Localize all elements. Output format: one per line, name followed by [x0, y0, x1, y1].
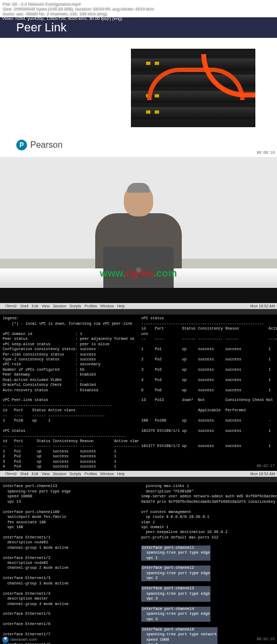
- menu-item[interactable]: iTerm2: [5, 304, 17, 308]
- menu-item[interactable]: Scripts: [70, 471, 81, 476]
- menu-item[interactable]: View: [42, 304, 50, 308]
- terminal2-timestamp: 00:02:16: [256, 637, 275, 642]
- menu-item[interactable]: Window: [100, 304, 114, 308]
- terminal1-timestamp: 00:02:17: [256, 464, 275, 469]
- macos-menubar[interactable]: iTerm2 Shell Edit View Session Scripts P…: [0, 303, 277, 309]
- terminal-tabbar[interactable]: [0, 477, 277, 482]
- terminal-left-output[interactable]: interface port-channel13 spanning-tree p…: [0, 482, 138, 644]
- slide-timestamp: 00:00:10: [256, 150, 275, 155]
- audio-line: Audio: aac, 48000 Hz, 2 channels, s16, 1…: [2, 11, 153, 16]
- davdown-text: davdown.com: [10, 637, 37, 643]
- menu-item[interactable]: Profiles: [84, 471, 97, 476]
- clock: Mon 10:52 AM: [250, 471, 275, 476]
- download-icon: [2, 636, 9, 643]
- media-info-overlay: File: 08 - 2.2 Network Configuration.mp4…: [0, 0, 155, 22]
- menu-item[interactable]: Session: [53, 471, 67, 476]
- highlighted-config-block: interface port-channel4 spanning-tree po…: [141, 607, 210, 622]
- terminal-right-output[interactable]: pinning max-links 1 description "FEX0100…: [138, 482, 277, 644]
- menu-item[interactable]: Scripts: [70, 304, 81, 308]
- pearson-p-icon: P: [16, 140, 27, 150]
- menu-item[interactable]: Edit: [32, 304, 38, 308]
- menu-item[interactable]: Edit: [32, 471, 38, 476]
- menu-item[interactable]: Session: [53, 304, 67, 308]
- menu-item[interactable]: Help: [117, 471, 124, 476]
- menu-item[interactable]: Profiles: [84, 304, 97, 308]
- highlighted-config-block: interface port-channel1 spanning-tree po…: [141, 546, 210, 561]
- macos-menubar[interactable]: iTerm2 Shell Edit View Session Scripts P…: [0, 471, 277, 477]
- highlighted-config-block: interface port-channel3 spanning-tree po…: [141, 586, 210, 601]
- highlighted-config-block: interface port-channel2 spanning-tree po…: [141, 566, 210, 581]
- menu-item[interactable]: Shell: [20, 304, 29, 308]
- file-line: File: 08 - 2.2 Network Configuration.mp4: [2, 1, 153, 6]
- menu-item[interactable]: Help: [117, 304, 124, 308]
- pearson-text: Pearson: [30, 140, 63, 150]
- highlighted-config-block: interface port-channel8 spanning-tree po…: [141, 627, 217, 644]
- size-line: Size: 155585042 bytes (148.38 MiB), dura…: [2, 6, 153, 11]
- davdown-watermark: davdown.com: [2, 636, 37, 643]
- peer-link-photo: [131, 49, 255, 127]
- presenter-video: www.cg-ku.com: [0, 157, 277, 303]
- terminal-panel-2: iTerm2 Shell Edit View Session Scripts P…: [0, 471, 277, 644]
- video-line: Video: h264, yuv420p, 1280x720, 4020 kb/…: [2, 16, 153, 21]
- menu-item[interactable]: Window: [100, 471, 114, 476]
- menu-item[interactable]: View: [42, 471, 50, 476]
- clock: Mon 10:52 AM: [250, 304, 275, 308]
- watermark-text: www.cg-ku.com: [100, 268, 177, 279]
- terminal-tabbar[interactable]: [0, 309, 277, 314]
- slide-panel: Peer Link P Pearson 00:00:10: [0, 0, 277, 157]
- menu-item[interactable]: iTerm2: [5, 471, 17, 476]
- menu-item[interactable]: Shell: [20, 471, 29, 476]
- terminal-panel-1: iTerm2 Shell Edit View Session Scripts P…: [0, 303, 277, 471]
- pearson-logo: P Pearson: [16, 140, 63, 150]
